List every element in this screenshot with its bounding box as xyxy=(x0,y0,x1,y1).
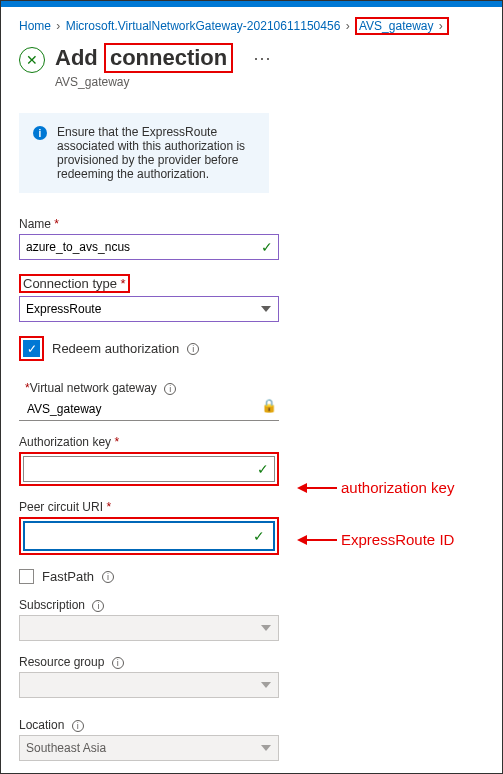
info-icon[interactable]: i xyxy=(102,571,114,583)
lock-icon: 🔒 xyxy=(261,398,277,413)
info-icon: i xyxy=(33,126,47,140)
breadcrumb-sep: › xyxy=(439,19,443,33)
info-icon[interactable]: i xyxy=(72,720,84,732)
name-input[interactable] xyxy=(19,234,279,260)
redeem-authorization-label: Redeem authorization xyxy=(52,341,179,356)
resource-group-label: Resource group i xyxy=(19,655,279,669)
page-title: Add connection xyxy=(55,43,233,73)
page-subtitle: AVS_gateway xyxy=(55,75,233,89)
connection-type-label: Connection type * xyxy=(19,274,130,293)
breadcrumb-home[interactable]: Home xyxy=(19,19,51,33)
info-icon[interactable]: i xyxy=(187,343,199,355)
info-icon[interactable]: i xyxy=(164,383,176,395)
breadcrumb: Home › Microsoft.VirtualNetworkGateway-2… xyxy=(19,17,484,35)
more-icon[interactable]: ⋯ xyxy=(253,47,271,69)
info-text: Ensure that the ExpressRoute associated … xyxy=(57,125,255,181)
fastpath-label: FastPath xyxy=(42,569,94,584)
peer-uri-label: Peer circuit URI * xyxy=(19,500,279,514)
location-select xyxy=(19,735,279,761)
info-icon[interactable]: i xyxy=(112,657,124,669)
title-text: Add xyxy=(55,45,98,70)
breadcrumb-sep: › xyxy=(56,19,60,33)
connection-type-select[interactable] xyxy=(19,296,279,322)
breadcrumb-resource[interactable]: Microsoft.VirtualNetworkGateway-20210611… xyxy=(66,19,341,33)
auth-key-input[interactable] xyxy=(23,456,275,482)
name-label: Name * xyxy=(19,217,279,231)
breadcrumb-gateway[interactable]: AVS_gateway xyxy=(359,19,434,33)
fastpath-checkbox[interactable] xyxy=(19,569,34,584)
auth-key-label: Authorization key * xyxy=(19,435,279,449)
location-label: Location i xyxy=(19,718,279,732)
vng-label: *Virtual network gateway i xyxy=(19,381,279,395)
breadcrumb-sep: › xyxy=(346,19,350,33)
info-icon[interactable]: i xyxy=(92,600,104,612)
close-icon[interactable]: ✕ xyxy=(19,47,45,73)
title-boxed: connection xyxy=(104,43,233,73)
subscription-label: Subscription i xyxy=(19,598,279,612)
subscription-select xyxy=(19,615,279,641)
redeem-authorization-checkbox[interactable]: ✓ xyxy=(23,340,40,357)
vng-input xyxy=(19,398,279,421)
peer-uri-input[interactable] xyxy=(27,525,271,547)
resource-group-select xyxy=(19,672,279,698)
info-banner: i Ensure that the ExpressRoute associate… xyxy=(19,113,269,193)
